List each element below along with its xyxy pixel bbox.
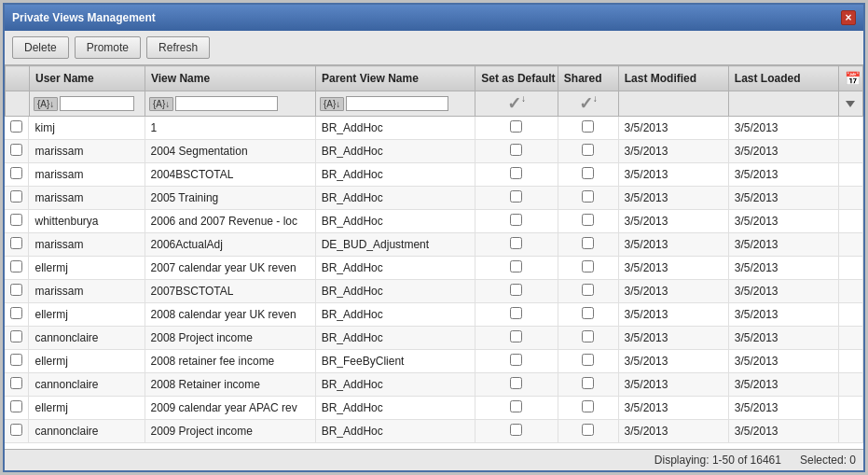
filter-input-parentview[interactable] [346, 96, 448, 111]
cell-setdefault[interactable] [475, 163, 558, 187]
setdefault-checkbox[interactable] [510, 260, 522, 272]
cell-setdefault[interactable] [475, 233, 558, 257]
shared-checkbox[interactable] [582, 284, 594, 296]
cell-shared[interactable] [558, 420, 618, 443]
shared-checkbox[interactable] [582, 377, 594, 389]
setdefault-checkbox[interactable] [510, 190, 522, 203]
shared-checkbox[interactable] [582, 260, 594, 272]
setdefault-checkbox[interactable] [510, 354, 522, 366]
setdefault-checkbox[interactable] [510, 144, 522, 156]
cell-shared[interactable] [558, 233, 618, 257]
cell-shared[interactable] [558, 280, 618, 303]
cell-shared[interactable] [558, 210, 618, 233]
setdefault-checkbox[interactable] [510, 237, 522, 249]
table-row[interactable]: ellermj2008 calendar year UK revenBR_Add… [5, 303, 863, 327]
shared-checkbox[interactable] [582, 330, 594, 342]
table-row[interactable]: kimj1BR_AddHoc3/5/20133/5/2013 [5, 117, 863, 140]
cell-setdefault[interactable] [475, 187, 558, 210]
cell-shared[interactable] [558, 187, 618, 210]
shared-checkbox[interactable] [582, 424, 594, 436]
shared-checkbox[interactable] [582, 307, 594, 319]
filter-alpha-username[interactable]: {A}↓ [34, 97, 58, 111]
row-checkbox[interactable] [10, 190, 22, 203]
row-checkbox[interactable] [10, 400, 22, 412]
shared-checkbox[interactable] [582, 190, 594, 203]
row-checkbox[interactable] [10, 424, 22, 436]
close-button[interactable]: × [841, 10, 856, 25]
table-row[interactable]: ellermj2007 calendar year UK revenBR_Add… [5, 257, 863, 280]
cell-shared[interactable] [558, 350, 618, 373]
delete-button[interactable]: Delete [12, 36, 69, 59]
setdefault-checkbox[interactable] [510, 400, 522, 412]
col-header-calicon[interactable]: 📅 [838, 66, 862, 91]
cell-shared[interactable] [558, 373, 618, 397]
table-row[interactable]: cannonclaire2009 Project incomeBR_AddHoc… [5, 420, 863, 443]
shared-checkbox[interactable] [582, 214, 594, 226]
setdefault-checkbox[interactable] [510, 120, 522, 133]
cell-setdefault[interactable] [475, 397, 558, 420]
cell-shared[interactable] [558, 327, 618, 350]
filter-alpha-parentview[interactable]: {A}↓ [320, 97, 344, 111]
setdefault-checkbox[interactable] [510, 284, 522, 296]
cell-setdefault[interactable] [475, 350, 558, 373]
row-checkbox[interactable] [10, 214, 22, 226]
filter-check-setdefault: ✓ [507, 93, 521, 114]
table-row[interactable]: whittenburya2006 and 2007 Revenue - locB… [5, 210, 863, 233]
table-row[interactable]: cannonclaire2008 Retainer incomeBR_AddHo… [5, 373, 863, 397]
row-checkbox[interactable] [10, 167, 22, 179]
cell-shared[interactable] [558, 140, 618, 163]
row-checkbox[interactable] [10, 260, 22, 272]
shared-checkbox[interactable] [582, 354, 594, 366]
table-row[interactable]: marissam2004 SegmentationBR_AddHoc3/5/20… [5, 140, 863, 163]
table-scroll-area[interactable]: kimj1BR_AddHoc3/5/20133/5/2013marissam20… [5, 117, 863, 449]
cell-shared[interactable] [558, 257, 618, 280]
row-checkbox[interactable] [10, 284, 22, 296]
row-checkbox[interactable] [10, 120, 22, 133]
cell-setdefault[interactable] [475, 420, 558, 443]
row-checkbox[interactable] [10, 330, 22, 342]
filter-alpha-viewname[interactable]: {A}↓ [149, 97, 173, 111]
setdefault-checkbox[interactable] [510, 167, 522, 179]
cell-shared[interactable] [558, 397, 618, 420]
shared-checkbox[interactable] [582, 237, 594, 249]
table-row[interactable]: marissam2004BSCTOTALBR_AddHoc3/5/20133/5… [5, 163, 863, 187]
cell-setdefault[interactable] [475, 210, 558, 233]
cell-setdefault[interactable] [475, 373, 558, 397]
row-checkbox[interactable] [10, 144, 22, 156]
promote-button[interactable]: Promote [75, 36, 141, 59]
setdefault-checkbox[interactable] [510, 377, 522, 389]
setdefault-checkbox[interactable] [510, 424, 522, 436]
table-row[interactable]: marissam2005 TrainingBR_AddHoc3/5/20133/… [5, 187, 863, 210]
shared-checkbox[interactable] [582, 400, 594, 412]
cell-empty [838, 303, 862, 327]
cell-shared[interactable] [558, 303, 618, 327]
shared-checkbox[interactable] [582, 120, 594, 133]
row-checkbox[interactable] [10, 307, 22, 319]
setdefault-checkbox[interactable] [510, 330, 522, 342]
filter-row-funnel[interactable] [838, 91, 862, 117]
cell-setdefault[interactable] [475, 303, 558, 327]
filter-input-username[interactable] [60, 96, 134, 111]
table-row[interactable]: ellermj2009 calendar year APAC revBR_Add… [5, 397, 863, 420]
shared-checkbox[interactable] [582, 144, 594, 156]
cell-username: ellermj [29, 397, 145, 420]
setdefault-checkbox[interactable] [510, 307, 522, 319]
setdefault-checkbox[interactable] [510, 214, 522, 226]
table-row[interactable]: cannonclaire2008 Project incomeBR_AddHoc… [5, 327, 863, 350]
cell-setdefault[interactable] [475, 327, 558, 350]
cell-setdefault[interactable] [475, 140, 558, 163]
refresh-button[interactable]: Refresh [146, 36, 210, 59]
table-row[interactable]: marissam2007BSCTOTALBR_AddHoc3/5/20133/5… [5, 280, 863, 303]
cell-setdefault[interactable] [475, 117, 558, 140]
cell-shared[interactable] [558, 163, 618, 187]
cell-setdefault[interactable] [475, 280, 558, 303]
row-checkbox[interactable] [10, 377, 22, 389]
row-checkbox[interactable] [10, 237, 22, 249]
row-checkbox[interactable] [10, 354, 22, 366]
table-row[interactable]: ellermj2008 retainer fee incomeBR_FeeByC… [5, 350, 863, 373]
cell-shared[interactable] [558, 117, 618, 140]
cell-setdefault[interactable] [475, 257, 558, 280]
filter-input-viewname[interactable] [175, 96, 278, 111]
shared-checkbox[interactable] [582, 167, 594, 179]
table-row[interactable]: marissam2006ActualAdjDE_BUD_Adjustment3/… [5, 233, 863, 257]
